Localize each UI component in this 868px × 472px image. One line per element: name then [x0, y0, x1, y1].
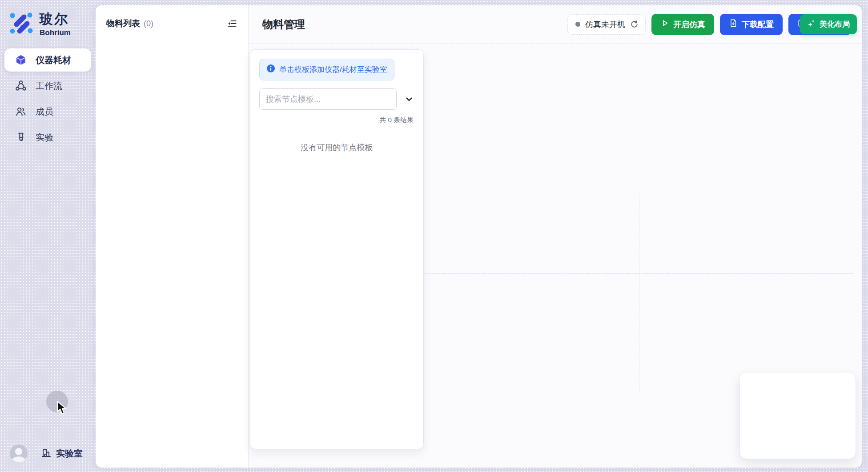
sparkles-icon: [807, 19, 816, 30]
sidebar-item-label: 工作流: [36, 80, 62, 92]
play-icon: [660, 19, 669, 30]
download-config-label: 下载配置: [742, 19, 774, 30]
mouse-cursor-icon: [56, 400, 68, 417]
brand-subtitle: Bohrium: [40, 28, 71, 37]
info-icon: [266, 64, 275, 75]
start-simulation-button[interactable]: 开启仿真: [651, 14, 714, 35]
template-hint-text: 单击模板添加仪器/耗材至实验室: [279, 64, 387, 75]
sidebar-item-label: 实验: [36, 132, 53, 144]
user-avatar[interactable]: [10, 444, 28, 462]
material-list-count: (0): [144, 19, 153, 28]
canvas-guide-vertical: [639, 191, 639, 392]
lab-entry[interactable]: 实验室: [41, 447, 83, 460]
start-simulation-label: 开启仿真: [673, 19, 705, 30]
sidebar-item-instruments[interactable]: 仪器耗材: [4, 48, 91, 72]
minimap[interactable]: [739, 372, 856, 459]
sidebar-footer: 实验室: [10, 444, 83, 462]
members-icon: [15, 106, 27, 117]
beautify-layout-label: 美化布局: [820, 19, 850, 29]
status-dot-icon: [575, 22, 580, 27]
empty-template-message: 没有可用的节点模板: [259, 142, 414, 153]
download-config-button[interactable]: 下载配置: [720, 14, 783, 35]
building-icon: [41, 447, 52, 460]
node-template-panel: 单击模板添加仪器/耗材至实验室 共 0 条结果 没有可用的节点模板: [250, 50, 423, 449]
beautify-layout-button[interactable]: 美化布局: [800, 14, 857, 34]
material-list-panel: 物料列表 (0): [96, 5, 249, 468]
workflow-icon: [15, 80, 27, 92]
sidebar-nav: 仪器耗材 工作流: [0, 48, 96, 149]
search-template-input[interactable]: [259, 88, 397, 110]
template-hint-banner: 单击模板添加仪器/耗材至实验室: [259, 59, 394, 80]
bohrium-logo-icon: [9, 11, 34, 37]
result-count: 共 0 条结果: [259, 116, 414, 124]
sidebar-item-experiment[interactable]: 实验: [4, 126, 91, 149]
experiment-icon: [15, 132, 27, 143]
canvas-header: 物料管理 仿真未开机: [249, 5, 862, 44]
canvas[interactable]: 物料管理 仿真未开机: [249, 5, 862, 468]
chevron-down-icon[interactable]: [404, 94, 414, 104]
main-container: 物料列表 (0) 物料管理 仿真未开机: [96, 5, 862, 468]
simulation-status-pill: 仿真未开机: [567, 14, 646, 35]
collapse-panel-button[interactable]: [227, 18, 237, 29]
file-download-icon: [729, 19, 738, 30]
canvas-guide-horizontal: [423, 273, 853, 274]
sidebar-item-label: 仪器耗材: [36, 54, 71, 66]
brand-title: 玻尔: [40, 12, 71, 27]
lab-entry-label: 实验室: [56, 448, 83, 460]
page-title: 物料管理: [262, 17, 305, 32]
sidebar-item-members[interactable]: 成员: [4, 100, 91, 123]
simulation-status-label: 仿真未开机: [585, 19, 625, 30]
sidebar-item-label: 成员: [36, 106, 53, 118]
cube-icon: [15, 54, 27, 66]
sidebar-item-workflow[interactable]: 工作流: [4, 74, 91, 97]
refresh-icon[interactable]: [630, 20, 639, 28]
material-list-title: 物料列表: [106, 18, 140, 29]
brand-logo: 玻尔 Bohrium: [0, 11, 96, 37]
